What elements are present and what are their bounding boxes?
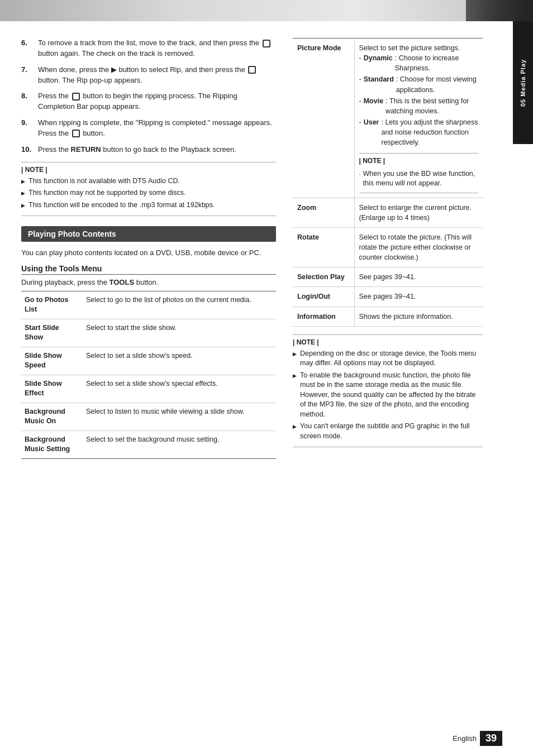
bottom-note: | NOTE | Depending on the disc or storag… [293,334,483,448]
tools-desc-3: Select to set a slide show's special eff… [83,375,276,403]
tools-row-5: Background Music Setting Select to set t… [21,430,276,458]
footer-page-num: 39 [480,731,502,746]
right-note-item: When you use the BD wise function, this … [359,169,479,189]
tools-label-2: Slide Show Speed [21,347,83,375]
list-num-8: 8. [21,91,34,112]
tools-label-5: Background Music Setting [21,430,83,458]
right-label-2: Rotate [293,227,354,267]
right-desc-3: See pages 39~41. [354,267,483,287]
note-title-left: | NOTE | [21,166,276,174]
bottom-note-items: Depending on the disc or storage device,… [293,349,483,442]
numbered-list: 6. To remove a track from the list, move… [21,38,276,155]
right-desc-1: Select to enlarge the current picture. (… [354,198,483,227]
tools-label-0: Go to Photos List [21,291,83,319]
tools-row-2: Slide Show Speed Select to set a slide s… [21,347,276,375]
tools-label-4: Background Music On [21,403,83,430]
main-content: 6. To remove a track from the list, move… [0,21,533,470]
list-text-8: Press the button to begin the ripping pr… [38,91,276,112]
top-bar [0,0,533,21]
note-block-left: | NOTE | This function is not available … [21,162,276,217]
tools-label-3: Slide Show Effect [21,375,83,403]
right-row-5: Information Shows the picture informatio… [293,307,483,326]
right-desc-4: See pages 39~41. [354,287,483,307]
note-item-2: This function may not be supported by so… [21,188,276,198]
right-row-1: Zoom Select to enlarge the current pictu… [293,198,483,227]
tools-label-1: Start Slide Show [21,319,83,347]
list-num-6: 6. [21,38,34,59]
right-note-title-pm: | NOTE | [359,156,479,166]
top-bar-dark [466,0,533,21]
pm-item: Standard : Choose for most viewing appli… [359,74,479,94]
tools-desc-1: Select to start the slide show. [83,319,276,347]
tools-row-1: Start Slide Show Select to start the sli… [21,319,276,347]
section-header: Playing Photo Contents [21,226,276,242]
section-intro: You can play photo contents located on a… [21,247,276,259]
tools-desc-0: Select to go to the list of photos on th… [83,291,276,319]
right-desc-pm: Select to set the picture settings. Dyna… [354,39,483,198]
left-column: 6. To remove a track from the list, move… [21,38,276,459]
list-item-10: 10. Press the RETURN button to go back t… [21,145,276,155]
list-num-7: 7. [21,65,34,86]
tools-row-3: Slide Show Effect Select to set a slide … [21,375,276,403]
list-text-9: When ripping is complete, the "Ripping i… [38,118,276,139]
tools-row-4: Background Music On Select to listen to … [21,403,276,430]
note-item-1: This function is not available with DTS … [21,176,276,186]
right-note-pm: | NOTE | When you use the BD wise functi… [359,153,479,193]
tools-intro: During playback, press the TOOLS button. [21,278,276,286]
two-col-layout: 6. To remove a track from the list, move… [21,38,483,459]
tools-desc-2: Select to set a slide show's speed. [83,347,276,375]
bottom-note-item-1: To enable the background music function,… [293,371,483,420]
footer-lang: English [453,734,477,743]
right-column: Picture Mode Select to set the picture s… [293,38,483,459]
pm-item: User : Lets you adjust the sharpness and… [359,117,479,147]
right-desc-5: Shows the picture information. [354,307,483,326]
icon-rect-9 [72,130,80,137]
note-item-3-text: This function will be encoded to the .mp… [28,200,215,210]
bottom-note-item-2: You can't enlarge the subtitle and PG gr… [293,422,483,441]
note-item-2-text: This function may not be supported by so… [28,188,185,198]
bottom-note-title: | NOTE | [293,338,483,346]
page-footer: English 39 [0,731,533,746]
right-label-4: Login/Out [293,287,354,307]
tools-desc-5: Select to set the background music setti… [83,430,276,458]
bottom-note-item-0: Depending on the disc or storage device,… [293,349,483,369]
list-item-8: 8. Press the button to begin the ripping… [21,91,276,112]
tools-table: Go to Photos List Select to go to the li… [21,291,276,459]
note-item-1-text: This function is not available with DTS … [28,176,180,186]
right-label-3: Selection Play [293,267,354,287]
list-item-6: 6. To remove a track from the list, move… [21,38,276,59]
right-row-4: Login/Out See pages 39~41. [293,287,483,307]
note-item-3: This function will be encoded to the .mp… [21,200,276,210]
right-label-5: Information [293,307,354,326]
right-row-2: Rotate Select to rotate the picture. (Th… [293,227,483,267]
pm-item: Dynamic : Choose to increase Sharpness. [359,53,479,73]
list-item-7: 7. When done, press the ▶ button to sele… [21,65,276,86]
pm-item: Movie : This is the best setting for wat… [359,96,479,116]
tools-desc-4: Select to listen to music while viewing … [83,403,276,430]
list-num-9: 9. [21,118,34,139]
right-row-3: Selection Play See pages 39~41. [293,267,483,287]
list-num-10: 10. [21,145,34,155]
icon-rect-6 [263,40,270,47]
note-items-left: This function is not available with DTS … [21,176,276,210]
right-desc-2: Select to rotate the picture. (This will… [354,227,483,267]
right-note-items-pm: When you use the BD wise function, this … [359,169,479,189]
icon-rect-8 [72,93,80,101]
list-item-9: 9. When ripping is complete, the "Rippin… [21,118,276,139]
right-table: Picture Mode Select to set the picture s… [293,38,483,327]
list-text-6: To remove a track from the list, move to… [38,38,276,59]
right-label-pm: Picture Mode [293,39,354,198]
list-text-10: Press the RETURN button to go back to th… [38,145,236,155]
side-tab: 05 Media Play [513,21,533,144]
right-label-1: Zoom [293,198,354,227]
right-row-picture-mode: Picture Mode Select to set the picture s… [293,39,483,198]
list-text-7: When done, press the ▶ button to select … [38,65,276,86]
tools-row-0: Go to Photos List Select to go to the li… [21,291,276,319]
subsection-title: Using the Tools Menu [21,264,276,275]
icon-rect-7 [248,66,256,74]
